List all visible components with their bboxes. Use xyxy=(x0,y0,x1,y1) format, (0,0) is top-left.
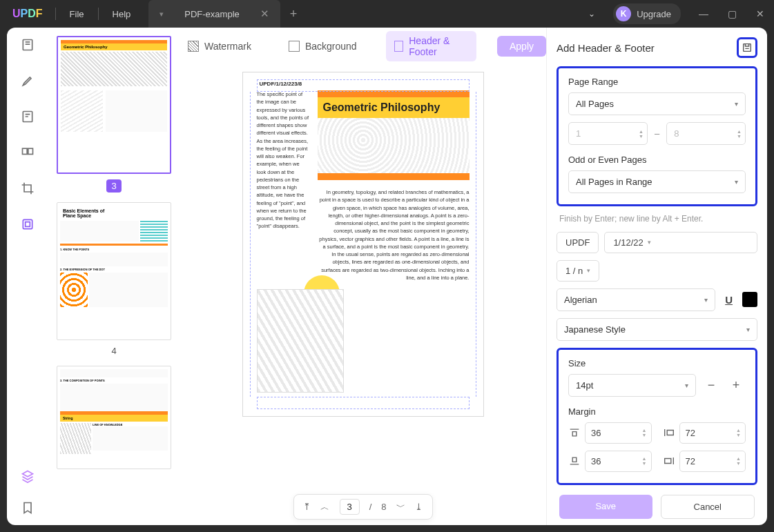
page-from-input[interactable]: 1 xyxy=(568,122,648,145)
layers-icon[interactable] xyxy=(20,469,35,484)
organize-icon[interactable] xyxy=(20,145,35,160)
page-body-right: In geometry, topology, and related branc… xyxy=(318,188,470,282)
maximize-button[interactable]: ▢ xyxy=(718,8,746,19)
document-tab[interactable]: ▾ PDF-example ✕ xyxy=(148,0,280,28)
svg-rect-6 xyxy=(744,44,751,52)
left-toolbar xyxy=(7,28,48,525)
current-page[interactable]: 3 xyxy=(347,502,351,512)
spinner-icon[interactable]: ▲▼ xyxy=(737,129,742,139)
font-select[interactable]: Algerian▾ xyxy=(557,288,715,311)
user-avatar: K xyxy=(616,6,631,21)
menu-file[interactable]: File xyxy=(56,0,98,28)
page-to-input[interactable]: 8 xyxy=(666,122,746,145)
edit-text-icon[interactable] xyxy=(20,109,35,124)
number-style-select[interactable]: Japanese Style▾ xyxy=(557,318,757,341)
spinner-icon[interactable]: ▲▼ xyxy=(736,428,741,437)
prev-page-icon[interactable]: ︿ xyxy=(320,501,329,513)
font-size-select[interactable]: 14pt▾ xyxy=(568,374,696,397)
close-window-button[interactable]: ✕ xyxy=(746,8,774,19)
page-range-section: Page Range All Pages▾ 1▲▼ – 8▲▼ Odd or E… xyxy=(557,66,757,206)
chevron-down-icon: ▾ xyxy=(587,267,590,274)
spinner-icon[interactable]: ▲▼ xyxy=(642,456,647,466)
spinner-icon[interactable]: ▲▼ xyxy=(736,456,741,466)
app-logo: UPDF xyxy=(0,8,55,20)
size-label: Size xyxy=(568,358,746,368)
background-icon xyxy=(289,41,300,52)
spinner-icon[interactable]: ▲▼ xyxy=(639,129,644,139)
margin-top-input[interactable]: 36▲▼ xyxy=(585,422,652,444)
page-preview: UPDF/1/12/223/8 The specific point of th… xyxy=(242,72,484,417)
header-preview-text: UPDF/1/12/223/8 xyxy=(260,81,302,87)
margin-right-input[interactable]: 72▲▼ xyxy=(679,451,746,472)
menu-help[interactable]: Help xyxy=(99,0,145,28)
margin-bottom-input[interactable]: 36▲▼ xyxy=(585,451,652,472)
chevron-down-icon: ▾ xyxy=(648,239,651,246)
page-format-select[interactable]: 1 / n▾ xyxy=(557,260,599,282)
page-title: Geometric Philosophy xyxy=(318,97,470,118)
header-footer-panel: Add Header & Footer Page Range All Pages… xyxy=(546,28,767,525)
thumbnail-label-3: 3 xyxy=(106,179,122,193)
odd-even-select[interactable]: All Pages in Range▾ xyxy=(568,170,746,193)
page-range-label: Page Range xyxy=(568,77,746,87)
spinner-icon[interactable]: ▲▼ xyxy=(642,428,647,437)
header-footer-icon xyxy=(394,41,404,52)
thumbnail-page-4[interactable]: Basic Elements ofPlane Space1. KNOW THE … xyxy=(57,202,171,340)
save-template-icon[interactable] xyxy=(737,37,757,58)
chevron-down-icon: ▾ xyxy=(704,296,708,304)
thumbnail-page-3[interactable]: Geometric Philosophy xyxy=(57,36,171,174)
date-select[interactable]: 1/12/22▾ xyxy=(604,232,757,253)
margin-top-icon xyxy=(568,428,581,437)
tab-background[interactable]: Background xyxy=(280,37,365,56)
chevron-down-icon: ▾ xyxy=(746,326,750,333)
tab-header-footer[interactable]: Header & Footer xyxy=(386,31,476,61)
watermark-icon xyxy=(188,41,199,52)
thumbnail-page-5[interactable]: 3. THE COMPOSITION OF POINTSStringLINE O… xyxy=(57,366,171,469)
margin-label: Margin xyxy=(568,406,746,417)
color-picker[interactable] xyxy=(742,292,757,307)
chevron-down-icon[interactable]: ▾ xyxy=(159,10,164,19)
upgrade-button[interactable]: K Upgrade xyxy=(613,3,681,24)
page-navigator: ⤒ ︿ 3 / 8 ﹀ ⤓ xyxy=(293,494,432,520)
margin-bottom-icon xyxy=(568,456,581,466)
svg-rect-2 xyxy=(23,148,28,154)
page-body-left: The specific point of the image can be e… xyxy=(257,90,309,230)
apply-button[interactable]: Apply xyxy=(497,36,546,57)
total-pages: 8 xyxy=(381,502,386,512)
hint-text: Finish by Enter; new line by Alt + Enter… xyxy=(557,213,757,225)
highlight-icon[interactable] xyxy=(20,73,35,88)
page-tools-icon[interactable] xyxy=(20,217,35,232)
cancel-button[interactable]: Cancel xyxy=(661,495,755,519)
thumbnail-panel: Geometric Philosophy 3 Basic Elements of… xyxy=(48,28,180,525)
bookmark-icon[interactable] xyxy=(20,500,35,515)
increase-size-button[interactable]: + xyxy=(726,375,746,395)
margin-left-input[interactable]: 72▲▼ xyxy=(679,422,746,444)
crop-icon[interactable] xyxy=(20,181,35,196)
size-margin-section: Size 14pt▾ − + Margin 36▲▼ 72▲▼ 36▲▼ 72▲… xyxy=(557,348,757,485)
brand-chip[interactable]: UPDF xyxy=(557,232,599,253)
chevron-down-icon: ▾ xyxy=(735,100,738,108)
save-button[interactable]: Save xyxy=(559,495,652,519)
svg-rect-5 xyxy=(26,222,30,227)
close-tab-icon[interactable]: ✕ xyxy=(260,8,269,20)
minimize-button[interactable]: — xyxy=(689,8,718,19)
odd-even-label: Odd or Even Pages xyxy=(568,155,746,165)
chevron-down-icon: ▾ xyxy=(735,178,738,186)
collapse-icon[interactable]: ⌄ xyxy=(579,9,605,19)
decrease-size-button[interactable]: − xyxy=(702,375,721,395)
next-page-icon[interactable]: ﹀ xyxy=(396,501,405,513)
svg-rect-4 xyxy=(23,219,32,228)
underline-button[interactable]: U xyxy=(721,294,737,306)
page-tools-toolbar: Watermark Background Header & Footer App… xyxy=(180,28,546,65)
page-range-select[interactable]: All Pages▾ xyxy=(568,92,746,115)
new-tab-button[interactable]: + xyxy=(280,7,307,21)
first-page-icon[interactable]: ⤒ xyxy=(303,502,311,512)
chevron-down-icon: ▾ xyxy=(685,382,688,389)
panel-title: Add Header & Footer xyxy=(557,42,655,54)
last-page-icon[interactable]: ⤓ xyxy=(415,502,423,512)
svg-rect-3 xyxy=(28,148,33,154)
margin-left-icon xyxy=(663,428,675,437)
page-view-icon[interactable] xyxy=(20,37,35,52)
thumbnail-label-4: 4 xyxy=(57,346,171,356)
tab-watermark[interactable]: Watermark xyxy=(180,37,260,56)
tab-title: PDF-example xyxy=(184,9,239,19)
